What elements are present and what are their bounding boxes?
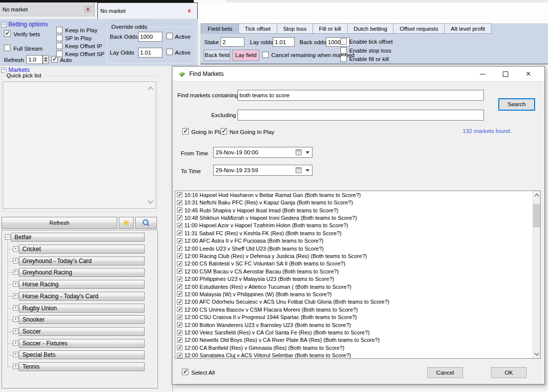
market-checkbox[interactable] bbox=[177, 353, 182, 358]
market-checkbox[interactable] bbox=[177, 284, 182, 289]
tree-item-greyhound-today-s-card[interactable]: Greyhound - Today's Card bbox=[19, 257, 145, 265]
market-result-row[interactable]: 12:00 CSU Craiova II v Progresul 1944 Sp… bbox=[175, 314, 532, 321]
market-result-row[interactable]: 12:00 CSM Bacau v CS Aerostar Bacau (Bot… bbox=[175, 267, 532, 275]
market-result-row[interactable]: 12:00 Newells Old Boys (Res) v CA River … bbox=[175, 336, 532, 344]
market-checkbox[interactable] bbox=[177, 307, 182, 312]
refresh-spinner[interactable] bbox=[43, 55, 49, 64]
market-checkbox[interactable] bbox=[177, 261, 182, 266]
expander-plus-icon[interactable] bbox=[13, 317, 18, 322]
full-stream-checkbox[interactable] bbox=[4, 45, 10, 51]
market-result-row[interactable]: 12:00 CS Balotesti v SC FC Voluntari SA … bbox=[175, 260, 532, 267]
fb-lay-odds-input[interactable] bbox=[273, 37, 295, 47]
market-checkbox[interactable] bbox=[177, 223, 182, 228]
market-result-row[interactable]: 12:00 Bolton Wanderers U23 v Barnsley U2… bbox=[175, 321, 532, 328]
market-result-row[interactable]: 12:00 CS Unirea Bascov v CSM Flacara Mor… bbox=[175, 306, 532, 313]
tab-tick-offset[interactable]: Tick offset bbox=[239, 23, 277, 34]
scroll-up-icon[interactable] bbox=[535, 194, 539, 196]
cancel-button[interactable]: Cancel bbox=[427, 367, 463, 378]
select-all-checkbox[interactable] bbox=[182, 369, 188, 375]
market-result-row[interactable]: 11:31 Sabail FC (Res) v Keshla FK (Res) … bbox=[175, 229, 532, 237]
market-result-row[interactable]: 10:31 Neftchi Baku PFC (Res) v Kapaz Gan… bbox=[175, 198, 532, 206]
chevron-down-icon[interactable] bbox=[306, 151, 310, 154]
market-checkbox[interactable] bbox=[177, 268, 182, 274]
market-checkbox[interactable] bbox=[177, 330, 182, 335]
tree-item-rugby-union[interactable]: Rugby Union bbox=[19, 304, 145, 313]
tab-dutch-betting[interactable]: Dutch betting bbox=[348, 23, 394, 34]
scrollbar-thumb[interactable] bbox=[533, 204, 541, 227]
market-checkbox[interactable] bbox=[177, 291, 182, 297]
chevron-down-icon[interactable] bbox=[306, 169, 310, 172]
expander-minus-icon[interactable] bbox=[5, 234, 10, 240]
lay-field-button[interactable]: Lay field bbox=[233, 50, 259, 61]
expander-plus-icon[interactable] bbox=[13, 258, 18, 263]
find-markets-button[interactable] bbox=[135, 217, 157, 229]
market-checkbox[interactable] bbox=[177, 238, 182, 244]
search-button[interactable]: Search bbox=[498, 98, 535, 111]
ok-button[interactable]: OK bbox=[491, 367, 527, 378]
expander-plus-icon[interactable] bbox=[13, 246, 18, 252]
market-checkbox[interactable] bbox=[177, 276, 182, 282]
enable-stop-loss-checkbox[interactable] bbox=[340, 47, 347, 54]
market-result-row[interactable]: 10:45 Rubi Shapira v Hapoel Iksal Imad (… bbox=[175, 206, 532, 214]
tree-item-betfair[interactable]: Betfair bbox=[11, 233, 145, 242]
expander-plus-icon[interactable] bbox=[13, 305, 18, 311]
back-odds-input[interactable] bbox=[138, 32, 162, 42]
to-time-picker[interactable]: 29-Nov-19 23:59 bbox=[213, 165, 313, 176]
tab-stop-loss[interactable]: Stop loss bbox=[277, 23, 313, 34]
market-checkbox[interactable] bbox=[177, 299, 182, 305]
expander-plus-icon[interactable] bbox=[13, 281, 18, 287]
tree-item-cricket[interactable]: Cricket bbox=[19, 245, 145, 254]
enable-fill-or-kill-checkbox[interactable] bbox=[340, 56, 347, 62]
maximize-icon[interactable] bbox=[494, 66, 517, 81]
market-checkbox[interactable] bbox=[177, 246, 182, 251]
containing-input[interactable] bbox=[237, 90, 484, 101]
tree-item-soccer-fixtures[interactable]: Soccer - Fixtures bbox=[19, 339, 145, 348]
market-result-row[interactable]: 12:00 Estudiantes (Res) v Atletico Tucum… bbox=[175, 283, 532, 290]
market-checkbox[interactable] bbox=[177, 192, 182, 197]
market-result-row[interactable]: 11:00 Hapoel Azor v Hapoel Tzafririm Hol… bbox=[175, 222, 532, 229]
lay-odds-active-checkbox[interactable] bbox=[166, 49, 173, 55]
tree-item-snooker[interactable]: Snooker bbox=[19, 315, 145, 324]
expander-plus-icon[interactable] bbox=[13, 352, 18, 357]
enable-tick-offset-checkbox[interactable] bbox=[340, 38, 347, 45]
lay-odds-input[interactable] bbox=[138, 48, 162, 58]
market-checkbox[interactable] bbox=[177, 322, 182, 327]
tab-field-bets[interactable]: Field bets bbox=[201, 23, 239, 34]
expander-plus-icon[interactable] bbox=[13, 364, 18, 369]
market-result-row[interactable]: 10:16 Hapoel Hod Hasharon v Beitar Ramat… bbox=[175, 191, 532, 198]
not-going-in-play-checkbox[interactable] bbox=[221, 128, 227, 134]
collapse-icon[interactable] bbox=[1, 22, 6, 27]
back-field-button[interactable]: Back field bbox=[204, 50, 231, 61]
back-odds-active-checkbox[interactable] bbox=[166, 33, 173, 39]
sp-in-play-checkbox[interactable] bbox=[56, 35, 63, 41]
market-result-row[interactable]: 12:00 Malaysia (W) v Philippines (W) (Bo… bbox=[175, 290, 532, 298]
tab-offset-requests[interactable]: Offset requests bbox=[393, 23, 445, 34]
scroll-down-icon[interactable] bbox=[148, 200, 154, 204]
tree-item-horse-racing-today-s-card[interactable]: Horse Racing - Today's Card bbox=[19, 292, 145, 301]
scroll-down-icon[interactable] bbox=[535, 353, 539, 356]
market-result-row[interactable]: 12:00 AFC Odorheiu Secuiesc v ACS Unu Fo… bbox=[175, 298, 532, 306]
cancel-remaining-checkbox[interactable] bbox=[262, 52, 269, 58]
market-checkbox[interactable] bbox=[177, 215, 182, 220]
excluding-input[interactable] bbox=[237, 110, 484, 121]
tree-item-tennis[interactable]: Tennis bbox=[19, 362, 145, 371]
tree-item-soccer[interactable]: Soccer bbox=[19, 327, 145, 336]
market-checkbox[interactable] bbox=[177, 207, 182, 213]
market-result-row[interactable]: 10:48 Shikhun HaMizrah v Hapoel Ironi Ge… bbox=[175, 214, 532, 221]
stake-input[interactable] bbox=[221, 37, 244, 47]
close-tab-icon[interactable]: x bbox=[186, 7, 192, 14]
market-result-row[interactable]: 12:00 CA Banfield (Res) v Gimnasia (Res)… bbox=[175, 344, 532, 351]
expander-plus-icon[interactable] bbox=[13, 340, 18, 346]
quick-pick-list[interactable] bbox=[3, 81, 156, 209]
from-time-picker[interactable]: 29-Nov-19 00:00 bbox=[213, 147, 313, 158]
tab-alt-level-profit[interactable]: Alt level profit bbox=[445, 23, 491, 34]
verify-bets-checkbox[interactable] bbox=[4, 30, 10, 37]
keep-in-play-checkbox[interactable] bbox=[56, 27, 63, 33]
market-checkbox[interactable] bbox=[177, 345, 182, 350]
market-result-row[interactable]: 12:00 Leeds U23 v Sheff Utd U23 (Both te… bbox=[175, 245, 532, 252]
market-result-row[interactable]: 12:00 AFC Astra II v FC Pucioasa (Both t… bbox=[175, 237, 532, 244]
favourites-button[interactable]: ★ bbox=[119, 217, 134, 229]
close-tab-icon[interactable]: x bbox=[84, 6, 91, 13]
tree-item-greyhound-racing[interactable]: Greyhound Racing bbox=[19, 268, 145, 277]
dialog-titlebar[interactable]: Find Markets bbox=[172, 66, 545, 81]
